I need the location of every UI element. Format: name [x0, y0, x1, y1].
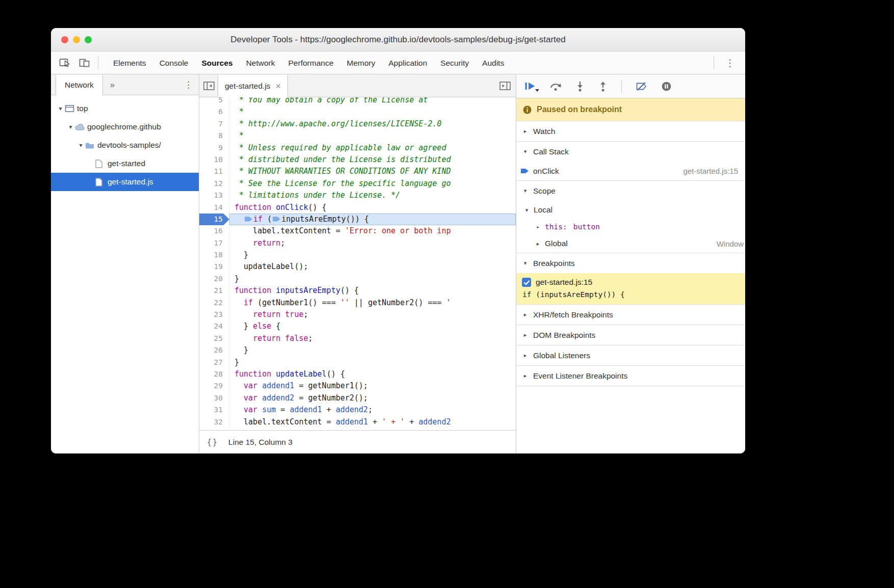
line-number[interactable]: 30: [199, 392, 229, 404]
section-breakpoints[interactable]: ▾ Breakpoints: [516, 253, 745, 273]
scope-global[interactable]: ▸ Global Window: [516, 234, 745, 253]
disclosure-triangle-icon[interactable]: ▾: [66, 123, 75, 130]
line-number[interactable]: 23: [199, 309, 229, 320]
editor-tab-get-started-js[interactable]: get-started.js ×: [218, 75, 288, 97]
tab-application[interactable]: Application: [382, 52, 434, 74]
paused-line-number[interactable]: 15: [199, 213, 229, 225]
code-line-20[interactable]: 20}: [199, 273, 516, 285]
tab-performance[interactable]: Performance: [282, 52, 340, 74]
zoom-window-button[interactable]: [85, 36, 92, 43]
line-number[interactable]: 19: [199, 261, 229, 273]
main-menu-icon[interactable]: ⋮: [723, 57, 737, 69]
line-number[interactable]: 17: [199, 237, 229, 249]
line-number[interactable]: 9: [199, 142, 229, 154]
section-event-listener-breakpoints[interactable]: ▸ Event Listener Breakpoints: [516, 365, 745, 386]
line-number[interactable]: 8: [199, 130, 229, 142]
code-line-14[interactable]: 14function onClick() {: [199, 202, 516, 213]
call-stack-frame[interactable]: onClick get-started.js:15: [516, 162, 745, 180]
device-toolbar-icon[interactable]: [79, 58, 90, 68]
code-line-7[interactable]: 7 * http://www.apache.org/licenses/LICEN…: [199, 118, 516, 130]
code-line-18[interactable]: 18 }: [199, 249, 516, 261]
code-line-5[interactable]: 5 * You may obtain a copy of the License…: [199, 97, 516, 106]
line-number[interactable]: 10: [199, 154, 229, 166]
code-line-31[interactable]: 31 var sum = addend1 + addend2;: [199, 404, 516, 416]
pause-on-exceptions-button[interactable]: [661, 81, 672, 92]
code-line-8[interactable]: 8 *: [199, 130, 516, 142]
line-number[interactable]: 26: [199, 344, 229, 356]
code-line-13[interactable]: 13 * limitations under the License. */: [199, 190, 516, 201]
tab-network[interactable]: Network: [240, 52, 282, 74]
close-tab-icon[interactable]: ×: [276, 82, 281, 91]
code-line-10[interactable]: 10 * distributed under the License is di…: [199, 154, 516, 166]
line-number[interactable]: 21: [199, 285, 229, 297]
step-over-button[interactable]: [549, 82, 562, 91]
line-number[interactable]: 25: [199, 333, 229, 344]
section-dom-breakpoints[interactable]: ▸ DOM Breakpoints: [516, 325, 745, 345]
pretty-print-button[interactable]: {}: [207, 438, 218, 447]
code-line-9[interactable]: 9 * Unless required by applicable law or…: [199, 142, 516, 154]
code-line-22[interactable]: 22 if (getNumber1() === '' || getNumber2…: [199, 297, 516, 309]
line-number[interactable]: 7: [199, 118, 229, 130]
line-number[interactable]: 13: [199, 190, 229, 201]
code-line-15[interactable]: 15 if (inputsAreEmpty()) {: [199, 213, 516, 225]
tree-item-devtools-samples-[interactable]: ▾devtools-samples/: [51, 136, 199, 154]
tab-security[interactable]: Security: [434, 52, 476, 74]
section-call-stack[interactable]: ▾ Call Stack: [516, 141, 745, 162]
section-global-listeners[interactable]: ▸ Global Listeners: [516, 345, 745, 365]
code-line-28[interactable]: 28function updateLabel() {: [199, 368, 516, 380]
breakpoint-checkbox[interactable]: [522, 278, 531, 287]
line-number[interactable]: 24: [199, 320, 229, 332]
tree-item-top[interactable]: ▾top: [51, 99, 199, 118]
code-line-25[interactable]: 25 return false;: [199, 333, 516, 344]
resume-button[interactable]: [524, 82, 536, 91]
tab-console[interactable]: Console: [153, 52, 195, 74]
frame-location[interactable]: get-started.js:15: [683, 167, 738, 175]
step-out-button[interactable]: [598, 81, 608, 92]
minimize-window-button[interactable]: [73, 36, 80, 43]
disclosure-triangle-icon[interactable]: ▾: [56, 105, 65, 112]
scope-local[interactable]: ▾ Local: [516, 201, 745, 219]
line-number[interactable]: 22: [199, 297, 229, 309]
line-number[interactable]: 14: [199, 202, 229, 213]
code-line-17[interactable]: 17 return;: [199, 237, 516, 249]
tab-audits[interactable]: Audits: [476, 52, 511, 74]
navigator-tab-network[interactable]: Network: [56, 75, 103, 95]
deactivate-breakpoints-button[interactable]: [636, 82, 647, 91]
code-line-11[interactable]: 11 * WITHOUT WARRANTIES OR CONDITIONS OF…: [199, 166, 516, 177]
line-number[interactable]: 6: [199, 106, 229, 118]
disclosure-triangle-icon[interactable]: ▾: [76, 142, 85, 149]
line-number[interactable]: 20: [199, 273, 229, 285]
tab-sources[interactable]: Sources: [195, 52, 240, 74]
tree-item-get-started[interactable]: get-started: [51, 154, 199, 173]
code-line-21[interactable]: 21function inputsAreEmpty() {: [199, 285, 516, 297]
line-number[interactable]: 28: [199, 368, 229, 380]
line-number[interactable]: 31: [199, 404, 229, 416]
inspect-element-icon[interactable]: [59, 58, 71, 68]
line-number[interactable]: 27: [199, 357, 229, 368]
step-into-button[interactable]: [575, 81, 585, 92]
line-number[interactable]: 12: [199, 178, 229, 190]
toggle-navigator-icon[interactable]: [203, 82, 215, 90]
code-line-29[interactable]: 29 var addend1 = getNumber1();: [199, 380, 516, 392]
breakpoint-entry[interactable]: get-started.js:15 if (inputsAreEmpty()) …: [516, 273, 745, 304]
line-number[interactable]: 29: [199, 380, 229, 392]
titlebar[interactable]: Developer Tools - https://googlechrome.g…: [51, 28, 745, 51]
section-scope[interactable]: ▾ Scope: [516, 180, 745, 201]
tab-elements[interactable]: Elements: [107, 52, 153, 74]
code-line-12[interactable]: 12 * See the License for the specific la…: [199, 178, 516, 190]
code-line-24[interactable]: 24 } else {: [199, 320, 516, 332]
code-line-32[interactable]: 32 label.textContent = addend1 + ' + ' +…: [199, 416, 516, 428]
close-window-button[interactable]: [61, 36, 68, 43]
section-watch[interactable]: ▸ Watch: [516, 121, 745, 141]
line-number[interactable]: 5: [199, 97, 229, 106]
scope-this-property[interactable]: ▸ this: button: [516, 219, 745, 234]
code-line-23[interactable]: 23 return true;: [199, 309, 516, 320]
code-line-19[interactable]: 19 updateLabel();: [199, 261, 516, 273]
code-line-30[interactable]: 30 var addend2 = getNumber2();: [199, 392, 516, 404]
line-number[interactable]: 16: [199, 225, 229, 237]
line-number[interactable]: 18: [199, 249, 229, 261]
tree-item-get-started-js[interactable]: get-started.js: [51, 173, 199, 191]
line-number[interactable]: 32: [199, 416, 229, 428]
code-line-27[interactable]: 27}: [199, 357, 516, 368]
more-tabs-icon[interactable]: »: [110, 75, 115, 95]
